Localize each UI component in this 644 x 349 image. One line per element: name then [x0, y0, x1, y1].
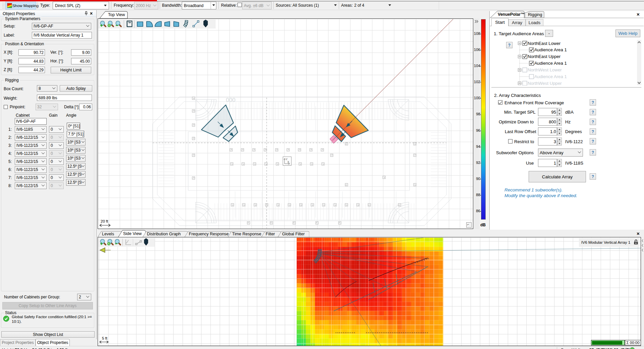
- svg-text:NorthWest Upper: NorthWest Upper: [528, 81, 562, 85]
- svg-text:000: 000: [226, 97, 235, 103]
- svg-text:NorthEast Lower: NorthEast Lower: [528, 41, 561, 46]
- svg-text:X: X: [287, 160, 289, 163]
- svg-text:Audience Area 1: Audience Area 1: [534, 74, 567, 79]
- svg-text:NorthWest Lower: NorthWest Lower: [528, 67, 562, 72]
- svg-text:Audience Area 1: Audience Area 1: [534, 61, 567, 66]
- svg-text:Audience Area 1: Audience Area 1: [534, 47, 567, 52]
- svg-text:NorthEast Upper: NorthEast Upper: [528, 54, 561, 59]
